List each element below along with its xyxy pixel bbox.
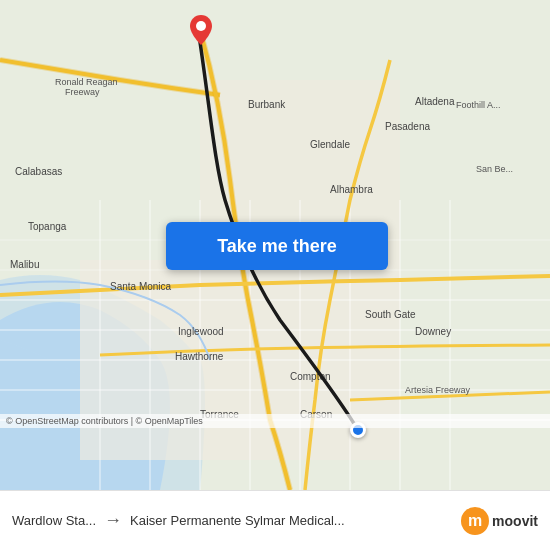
moovit-logo: m moovit bbox=[461, 507, 538, 535]
svg-text:Downey: Downey bbox=[415, 326, 451, 337]
svg-text:Foothill A...: Foothill A... bbox=[456, 100, 501, 110]
svg-point-39 bbox=[196, 21, 206, 31]
footer-bar: Wardlow Sta... → Kaiser Permanente Sylma… bbox=[0, 490, 550, 550]
attribution-text: © OpenStreetMap contributors | © OpenMap… bbox=[6, 416, 203, 426]
cta-button-label: Take me there bbox=[217, 236, 337, 257]
svg-text:Glendale: Glendale bbox=[310, 139, 350, 150]
svg-text:Ronald Reagan: Ronald Reagan bbox=[55, 77, 118, 87]
moovit-logo-text: moovit bbox=[492, 513, 538, 529]
svg-text:Alhambra: Alhambra bbox=[330, 184, 373, 195]
svg-text:Pasadena: Pasadena bbox=[385, 121, 430, 132]
svg-text:Topanga: Topanga bbox=[28, 221, 67, 232]
svg-text:Compton: Compton bbox=[290, 371, 331, 382]
svg-text:Freeway: Freeway bbox=[65, 87, 100, 97]
destination-label: Kaiser Permanente Sylmar Medical... bbox=[130, 513, 453, 528]
destination-pin bbox=[190, 15, 212, 49]
svg-text:South Gate: South Gate bbox=[365, 309, 416, 320]
moovit-logo-icon: m bbox=[461, 507, 489, 535]
svg-text:Malibu: Malibu bbox=[10, 259, 39, 270]
svg-text:Santa Monica: Santa Monica bbox=[110, 281, 172, 292]
origin-label: Wardlow Sta... bbox=[12, 513, 96, 528]
svg-text:Burbank: Burbank bbox=[248, 99, 286, 110]
map-container: Ronald Reagan Freeway Burbank Glendale P… bbox=[0, 0, 550, 490]
take-me-there-button[interactable]: Take me there bbox=[166, 222, 388, 270]
map-attribution: © OpenStreetMap contributors | © OpenMap… bbox=[0, 414, 550, 428]
svg-text:Calabasas: Calabasas bbox=[15, 166, 62, 177]
svg-text:Altadena: Altadena bbox=[415, 96, 455, 107]
moovit-letter: m bbox=[468, 512, 482, 530]
svg-text:San Be...: San Be... bbox=[476, 164, 513, 174]
svg-text:Artesia Freeway: Artesia Freeway bbox=[405, 385, 471, 395]
svg-text:Inglewood: Inglewood bbox=[178, 326, 224, 337]
arrow-icon: → bbox=[104, 510, 122, 531]
svg-text:Hawthorne: Hawthorne bbox=[175, 351, 224, 362]
